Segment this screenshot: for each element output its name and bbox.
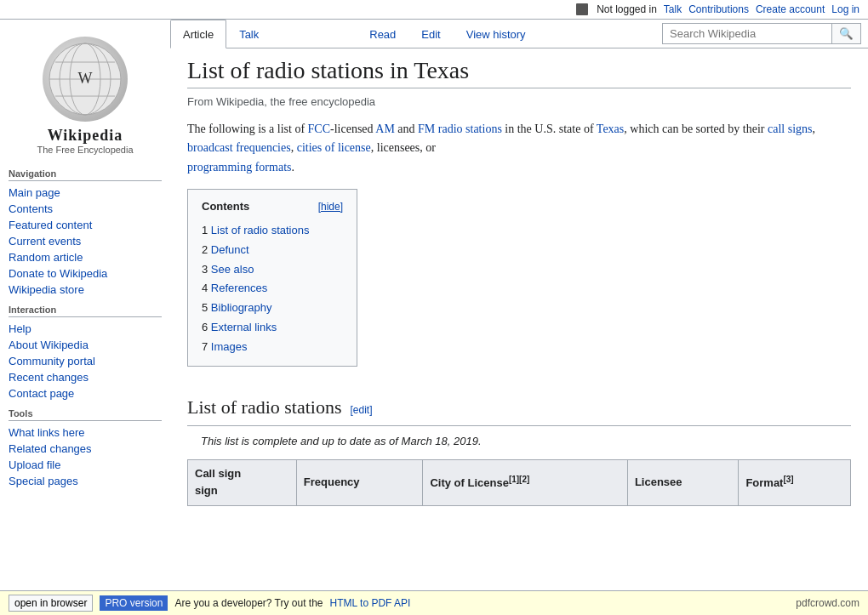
toc-link-7[interactable]: Images (211, 340, 248, 353)
fcc-link[interactable]: FCC (308, 122, 330, 135)
toc-title: Contents (202, 198, 249, 216)
completeness-note: This list is complete and up to date as … (187, 433, 851, 451)
sidebar-item-current-events[interactable]: Current events (9, 233, 162, 249)
col-call-sign-2: sign (195, 484, 218, 497)
article: List of radio stations in Texas From Wik… (170, 48, 868, 515)
toc-hide-button[interactable]: [hide] (318, 199, 343, 215)
broadcast-link[interactable]: broadcast frequencies (187, 141, 291, 154)
toc-link-6[interactable]: External links (211, 321, 277, 333)
sidebar-item-help[interactable]: Help (9, 321, 162, 337)
toc-link-2[interactable]: Defunct (211, 243, 249, 256)
sidebar-item-recent[interactable]: Recent changes (9, 369, 162, 385)
stations-table: Call sign sign Frequency City of License… (187, 459, 851, 507)
toc-header: Contents [hide] (202, 198, 343, 216)
logo-title: Wikipedia (9, 127, 162, 145)
user-icon (576, 3, 588, 15)
interaction-section: Interaction Help About Wikipedia Communi… (0, 299, 170, 403)
sidebar-item-contents[interactable]: Contents (9, 201, 162, 217)
article-title: List of radio stations in Texas (187, 57, 851, 88)
toc: Contents [hide] 1 List of radio stations… (187, 189, 357, 366)
talk-link[interactable]: Talk (664, 3, 682, 15)
nav-section: Navigation Main page Contents Featured c… (0, 163, 170, 299)
contributions-link[interactable]: Contributions (688, 3, 749, 15)
toc-item-5: 5 Bibliography (202, 299, 343, 318)
open-in-browser-button[interactable]: open in browser (9, 595, 93, 601)
toc-item-1: 1 List of radio stations (202, 221, 343, 241)
col-city-sup: [1][2] (509, 475, 529, 484)
html-api-link[interactable]: HTML to PDF API (330, 597, 411, 601)
nav-section-title: Navigation (9, 168, 162, 181)
tab-article[interactable]: Article (170, 20, 226, 48)
am-link[interactable]: AM (375, 122, 395, 135)
create-account-link[interactable]: Create account (756, 3, 825, 15)
intro-paragraph: The following is a list of FCC-licensed … (187, 120, 851, 177)
section-heading: List of radio stations [edit] (187, 392, 851, 426)
pdfcrowd-label: pdfcrowd.com (796, 597, 859, 601)
sidebar-item-about[interactable]: About Wikipedia (9, 337, 162, 353)
search-box: 🔍 (655, 20, 868, 48)
tools-section-title: Tools (9, 408, 162, 421)
not-logged-in-text: Not logged in (597, 3, 657, 15)
sidebar-item-donate[interactable]: Donate to Wikipedia (9, 265, 162, 282)
search-button[interactable]: 🔍 (832, 23, 861, 44)
texas-link[interactable]: Texas (597, 122, 624, 135)
col-call-sign: Call sign sign (188, 459, 297, 506)
bottom-bar: open in browser PRO version Are you a de… (0, 590, 868, 601)
toc-item-4: 4 References (202, 279, 343, 299)
sidebar-item-upload[interactable]: Upload file (9, 457, 162, 473)
logo-globe: W (43, 37, 128, 122)
dev-text: Are you a developer? Try out the (174, 597, 323, 601)
toc-item-2: 2 Defunct (202, 241, 343, 260)
sidebar-item-community[interactable]: Community portal (9, 353, 162, 369)
table-header-row: Call sign sign Frequency City of License… (188, 459, 851, 506)
toc-link-3[interactable]: See also (211, 263, 254, 276)
col-format-sup: [3] (783, 475, 793, 484)
toc-link-5[interactable]: Bibliography (211, 301, 272, 314)
col-format: Format[3] (739, 459, 851, 506)
logo-subtitle: The Free Encyclopedia (9, 145, 162, 155)
pro-version-button[interactable]: PRO version (100, 595, 168, 601)
programming-link[interactable]: programming formats (187, 161, 291, 174)
article-body: The following is a list of FCC-licensed … (187, 120, 851, 506)
sidebar-item-random[interactable]: Random article (9, 249, 162, 265)
toc-item-6: 6 External links (202, 318, 343, 338)
tab-read[interactable]: Read (357, 20, 408, 48)
section-title-text: List of radio stations (187, 392, 341, 422)
tab-edit[interactable]: Edit (408, 20, 453, 48)
tab-talk[interactable]: Talk (226, 20, 271, 48)
svg-text:W: W (78, 70, 93, 87)
sidebar: W Wikipedia The Free Encyclopedia Naviga… (0, 20, 170, 601)
interaction-section-title: Interaction (9, 305, 162, 317)
col-frequency: Frequency (296, 459, 423, 506)
tools-section: Tools What links here Related changes Up… (0, 403, 170, 491)
section-edit: [edit] (350, 401, 372, 419)
section-edit-link[interactable]: [edit] (350, 404, 372, 416)
toc-item-3: 3 See also (202, 260, 343, 280)
top-bar: Not logged in Talk Contributions Create … (0, 0, 868, 20)
toc-link-4[interactable]: References (211, 282, 267, 294)
log-in-link[interactable]: Log in (831, 3, 859, 15)
layout: W Wikipedia The Free Encyclopedia Naviga… (0, 20, 868, 601)
sidebar-item-main-page[interactable]: Main page (9, 185, 162, 201)
call-signs-link[interactable]: call signs (768, 122, 813, 135)
article-subtitle: From Wikipedia, the free encyclopedia (187, 95, 851, 108)
col-licensee: Licensee (627, 459, 738, 506)
toc-link-1[interactable]: List of radio stations (211, 224, 310, 236)
logo-area: W Wikipedia The Free Encyclopedia (0, 28, 170, 163)
sidebar-item-store[interactable]: Wikipedia store (9, 282, 162, 298)
sidebar-item-featured[interactable]: Featured content (9, 217, 162, 233)
sidebar-item-related[interactable]: Related changes (9, 441, 162, 457)
toc-item-7: 7 Images (202, 338, 343, 357)
col-city: City of License[1][2] (423, 459, 627, 506)
tab-bar: Article Talk Read Edit View history 🔍 (170, 20, 868, 48)
sidebar-item-what-links[interactable]: What links here (9, 424, 162, 441)
sidebar-item-special[interactable]: Special pages (9, 473, 162, 489)
main-content: Article Talk Read Edit View history 🔍 Li… (170, 20, 868, 601)
search-input[interactable] (662, 23, 832, 44)
tab-view-history[interactable]: View history (454, 20, 539, 48)
sidebar-item-contact[interactable]: Contact page (9, 385, 162, 401)
fm-link[interactable]: FM radio stations (418, 122, 502, 135)
cities-link[interactable]: cities of license (297, 141, 371, 154)
bottom-bar-left: open in browser PRO version Are you a de… (9, 595, 410, 601)
